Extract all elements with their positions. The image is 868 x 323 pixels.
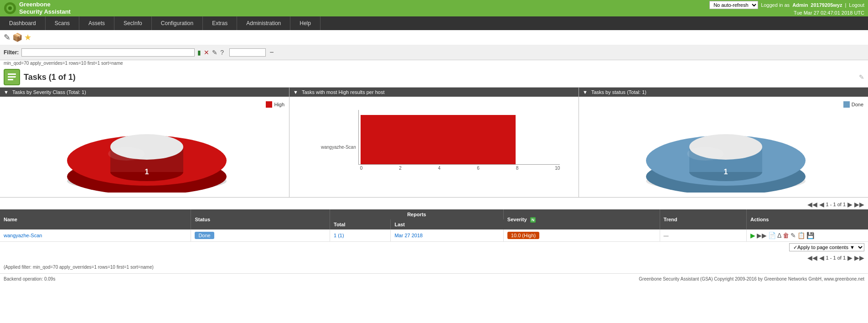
nav-assets[interactable]: Assets (79, 16, 114, 30)
nav-configuration[interactable]: Configuration (152, 16, 203, 30)
bar-x-labels: 0 2 4 6 8 10 (358, 166, 560, 171)
svg-rect-3 (8, 73, 16, 75)
table-pagination-bottom: ◀◀ ◀ 1 - 1 of 1 ▶ ▶▶ (0, 253, 868, 263)
nav-administration[interactable]: Administration (237, 16, 290, 30)
filter-text-box[interactable] (229, 48, 266, 57)
task-reports-total-cell: 1 (1) (330, 229, 391, 242)
report-action-icon[interactable]: 📄 (768, 232, 776, 239)
task-trend-cell: — (660, 229, 746, 242)
page-edit-icon[interactable]: ✎ (859, 73, 864, 81)
filter-apply-icon[interactable]: ▮ (197, 49, 201, 56)
session-id: 20179205wyz (811, 2, 842, 8)
svg-text:1: 1 (724, 168, 728, 176)
nav-scans[interactable]: Scans (46, 16, 79, 30)
prev-page-btn-bottom[interactable]: ◀ (819, 254, 824, 261)
filter-label: Filter: (4, 49, 19, 56)
svg-rect-4 (8, 76, 16, 78)
action-icons-container: ▶ ▶▶ 📄 Δ 🗑 ✎ 📋 💾 (750, 232, 864, 239)
table-header-row: Name Status Reports Severity N Trend Act… (0, 209, 868, 219)
logout-link[interactable]: Logout (849, 2, 864, 8)
charts-area: ▼ Tasks by Severity Class (Total: 1) Hig… (0, 87, 868, 198)
filter-edit-icon[interactable]: ✎ (212, 49, 217, 56)
pagination-text-top: 1 - 1 of 1 (826, 202, 846, 207)
th-severity[interactable]: Severity N (503, 209, 660, 229)
svg-rect-5 (8, 79, 13, 80)
bar-chart-wrapper: wangyazhe-Scan 0 2 4 6 8 10 (308, 110, 560, 184)
th-reports: Reports (330, 209, 504, 219)
task-reports-last-link[interactable]: Mar 27 2018 (394, 233, 423, 238)
topbar: Greenbone Security Assistant No auto-ref… (0, 0, 868, 16)
resume-action-icon[interactable]: ▶▶ (757, 232, 767, 239)
nav-dashboard[interactable]: Dashboard (0, 16, 46, 30)
th-name[interactable]: Name (0, 209, 191, 229)
task-status-badge: Done (195, 232, 214, 239)
svg-point-12 (108, 147, 145, 161)
next-page-btn[interactable]: ▶ (847, 201, 852, 208)
chart-severity: ▼ Tasks by Severity Class (Total: 1) Hig… (0, 88, 289, 197)
legend-high-color (266, 101, 272, 108)
nav-secinfo[interactable]: SecInfo (114, 16, 152, 30)
chart-high-results: ▼ Tasks with most High results per host … (289, 88, 579, 197)
chart-high-results-body: wangyazhe-Scan 0 2 4 6 8 10 (289, 97, 579, 197)
pagination-text-bottom: 1 - 1 of 1 (826, 255, 846, 260)
task-name-cell: wangyazhe-Scan (0, 229, 191, 242)
logo-text: Greenbone Security Assistant (19, 1, 71, 15)
greenbone-logo-icon (4, 2, 16, 15)
auto-refresh-select[interactable]: No auto-refresh30 seconds1 minute5 minut… (709, 1, 758, 9)
chart-high-title: Tasks with most High results per host (302, 89, 385, 95)
tasks-icon (4, 69, 20, 85)
task-reports-last-cell: Mar 27 2018 (391, 229, 503, 242)
chart-status-donut: 1 (637, 101, 810, 193)
nav-help[interactable]: Help (290, 16, 320, 30)
new-task-icon[interactable]: ✎ (4, 32, 10, 42)
star-icon[interactable]: ★ (24, 32, 31, 42)
legend-high-label: High (274, 102, 284, 107)
logged-in-label: Logged in as (761, 2, 790, 8)
task-name-link[interactable]: wangyazhe-Scan (4, 233, 42, 238)
last-page-btn-bottom[interactable]: ▶▶ (854, 254, 864, 261)
page-title: Tasks (1 of 1) (24, 73, 76, 82)
start-action-icon[interactable]: ▶ (750, 232, 755, 239)
th-status[interactable]: Status (191, 209, 330, 229)
edit-action-icon[interactable]: ✎ (790, 232, 796, 239)
export-action-icon[interactable]: 💾 (806, 232, 814, 239)
chart-high-collapse[interactable]: ▼ (293, 89, 298, 95)
username: Admin (792, 2, 808, 8)
chart-severity-collapse[interactable]: ▼ (4, 89, 9, 95)
chart-status: ▼ Tasks by status (Total: 1) Done 1 (579, 88, 868, 197)
filter-help-icon[interactable]: ? (220, 49, 224, 56)
last-page-btn[interactable]: ▶▶ (854, 201, 864, 208)
apply-to-page-select[interactable]: ✓Apply to page contents ▼ (789, 243, 864, 251)
delta-action-icon[interactable]: Δ (777, 232, 781, 239)
severity-nqod-icon[interactable]: N (530, 217, 536, 223)
apply-to-page-row: ✓Apply to page contents ▼ (0, 242, 868, 253)
svg-text:1: 1 (145, 168, 149, 176)
tasks-icon-svg (7, 72, 17, 82)
chart-status-collapse[interactable]: ▼ (583, 89, 588, 95)
trashcan-action-icon[interactable]: 🗑 (783, 232, 789, 239)
next-page-btn-bottom[interactable]: ▶ (847, 254, 852, 261)
filter-input[interactable] (21, 48, 195, 57)
trend-icon: — (664, 233, 669, 238)
th-reports-total: Total (330, 219, 391, 229)
page-icons-row: ✎ 📦 ★ (0, 30, 868, 45)
filter-minus-icon[interactable]: − (269, 48, 274, 57)
first-page-btn[interactable]: ◀◀ (807, 201, 817, 208)
chart-status-body: Done 1 (579, 97, 868, 197)
page-header-row: Tasks (1 of 1) ✎ (0, 66, 868, 87)
filter-clear-icon[interactable]: ✕ (204, 49, 209, 56)
first-page-btn-bottom[interactable]: ◀◀ (807, 254, 817, 261)
bar-chart-area (358, 110, 560, 165)
task-reports-total-link[interactable]: 1 (1) (334, 233, 344, 238)
prev-page-btn[interactable]: ◀ (819, 201, 824, 208)
th-trend: Trend (660, 209, 746, 229)
topbar-right: No auto-refresh30 seconds1 minute5 minut… (709, 1, 864, 16)
clone-action-icon[interactable]: 📋 (797, 232, 805, 239)
topbar-controls: No auto-refresh30 seconds1 minute5 minut… (709, 1, 864, 9)
nav-extras[interactable]: Extras (203, 16, 237, 30)
chart-severity-donut: 1 (58, 101, 231, 193)
backend-op: Backend operation: 0.09s (4, 276, 55, 281)
task-severity-badge: 10.0 (High) (507, 232, 539, 239)
new-container-task-icon[interactable]: 📦 (12, 32, 22, 42)
chart-severity-title: Tasks by Severity Class (Total: 1) (12, 89, 86, 95)
